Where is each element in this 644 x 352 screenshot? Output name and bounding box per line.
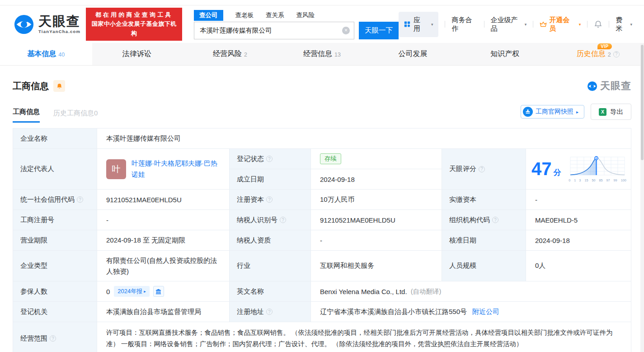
tab-basic-info[interactable]: 基本信息 40 [0,43,92,65]
field-value-tianyan-score[interactable]: 47 分 [526,149,631,190]
label-text: 行业 [237,262,250,270]
scrollbar-thumb[interactable] [641,45,644,160]
bank-icon [155,289,161,295]
help-icon[interactable]: ? [479,166,485,172]
help-icon[interactable]: ? [613,51,620,57]
taxpayer-id: 91210521MAE0EHLD5U [320,216,395,224]
help-icon[interactable]: ? [77,196,83,203]
field-value-insured-count: 0 2024年报 ▸ [97,281,230,302]
arrow-right-icon: ▸ [144,289,146,294]
apps-label: 应用 [414,16,426,33]
snapshot-label: 工商官网快照 [536,108,573,116]
chevron-down-icon: ▾ [630,22,632,27]
tab-operational-risk[interactable]: 经营风险 2 [184,43,276,65]
help-icon[interactable]: ? [266,196,273,203]
slogan-line1: 都在用的商业查询工具 [90,10,178,19]
org-code: MAE0EHLD-5 [535,216,578,224]
tab-legal-proceedings[interactable]: 法律诉讼 [92,43,184,65]
legal-representative-link[interactable]: 叶莲娜·叶夫格尼耶夫娜·巴热诺娃 [132,158,220,181]
label-text: 组织机构代码 [449,216,490,224]
registration-authority: 本溪满族自治县市场监督管理局 [106,308,201,316]
top-nav: 应用 ▾ 商务合作 企业级产品 ▾ 开通会员 ▾ 费米 ▾ [399,12,632,37]
bell-icon [594,20,602,29]
search-button[interactable]: 天眼一下 [359,22,399,39]
tab-company-development[interactable]: 公司发展 [368,43,460,65]
score-value: 47 [531,159,552,179]
tab-intellectual-property[interactable]: 知识产权 [460,43,552,65]
section-title: 工商信息 [13,80,49,92]
apps-grid-icon [404,21,410,28]
export-button[interactable]: X 导出 [591,104,631,120]
field-value-company-name: 本溪叶莲娜传媒有限公司 [97,128,631,149]
official-snapshot-button[interactable]: 工商官网快照 ▸ [521,105,584,119]
tab-count: 2 [608,51,611,58]
tianyancha-logo-icon [14,14,34,35]
enterprise-label: 企业级产品 [491,16,523,33]
username: 费米 [616,16,628,33]
search-tab-boss[interactable]: 查老板 [235,11,254,19]
label-text: 登记状态 [237,155,264,163]
nav-enterprise-products[interactable]: 企业级产品 ▾ [491,16,527,33]
axis-tick: 97 [606,178,610,182]
nav-divider [445,21,445,28]
approval-date: 2024-09-18 [535,237,570,244]
help-icon[interactable]: ? [492,217,498,223]
avatar[interactable]: 叶 [106,159,126,179]
tab-history-info[interactable]: 历史信息 VIP 2 ? [552,43,644,65]
nav-user-menu[interactable]: 费米 ▾ [616,16,632,33]
vip-label: 开通会员 [549,16,575,33]
tab-business-info[interactable]: 经营信息 13 [276,43,368,65]
help-icon[interactable]: ? [50,335,56,342]
help-icon[interactable]: ? [266,156,273,162]
label-text: 英文名称 [237,287,264,296]
nearby-companies-link[interactable]: 附近公司 [472,308,499,316]
field-value-business-scope: 许可项目：互联网直播技术服务；食品销售；食品互联网销售。 （依法须经批准的项目，… [97,322,631,352]
field-label-staff-size: 人员规模 [442,251,526,281]
nav-cooperation[interactable]: 商务合作 [451,16,477,33]
nav-open-vip[interactable]: 开通会员 ▾ [540,16,581,33]
field-value-registered-address: 辽宁省本溪市本溪满族自治县小市镇长江路550号 附近公司 [311,302,631,322]
search-tab-company[interactable]: 查公司 [194,10,223,21]
search-tab-risk[interactable]: 查风险 [296,11,315,19]
field-label-industry: 行业 [230,251,311,281]
search-input[interactable] [194,22,354,39]
crown-icon [540,21,547,28]
search-tab-relation[interactable]: 查关系 [266,11,284,19]
field-value-credit-code: 91210521MAE0EHLD5U [97,190,230,210]
subtab-business-registration[interactable]: 工商信息 [13,108,40,123]
industry: 互联网和相关服务 [320,262,374,270]
field-label-registration-status: 登记状态 ? [230,149,311,169]
notifications-button[interactable] [594,20,602,29]
help-icon[interactable]: ? [266,309,273,315]
field-label-paid-capital: 实缴资本 [442,190,526,210]
label-text: 经营范围 [20,334,47,343]
subtab-history-registration[interactable]: 历史工商信息0 [53,109,98,123]
company-type: 有限责任公司(自然人投资或控股的法人独资) [106,255,220,277]
nav-divider [587,21,588,28]
logo-text: 天眼查 TianYanCha.com [38,14,80,34]
help-icon[interactable]: ? [280,217,286,223]
axis-tick: 100 [620,178,626,182]
axis-tick: 99 [613,178,617,182]
apps-menu[interactable]: 应用 ▾ [399,12,438,37]
clear-search-icon[interactable]: × [342,27,350,34]
tianyancha-logo[interactable]: 天眼查 TianYanCha.com [14,14,80,35]
social-insurance-button[interactable] [153,286,164,297]
annual-report-badge[interactable]: 2024年报 ▸ [114,286,149,297]
search-tabs: 查公司 查老板 查关系 查风险 [194,10,399,21]
subtab-row: 工商信息 历史工商信息0 工商官网快照 ▸ X 导出 [13,104,631,123]
field-label-approval-date: 核准日期 [442,230,526,251]
label-text: 工商注册号 [20,216,54,224]
label-text: 登记机关 [20,308,47,316]
label-text: 实缴资本 [449,195,476,204]
label-text: 企业类型 [20,262,47,270]
field-value-registration-authority: 本溪满族自治县市场监督管理局 [97,302,230,322]
field-value-english-name: Benxi Yelena Media Co., Ltd. (自动翻译) [311,281,631,302]
label-text: 营业期限 [20,236,47,245]
score-axis-labels: 0 1 3 15 50 85 97 99 100 [569,178,626,182]
subscribe-alert-button[interactable] [53,80,65,92]
scrollbar[interactable] [640,43,644,352]
stamp-glyph [525,109,531,114]
score-unit: 分 [554,167,561,178]
bell-curve-chart [569,156,626,178]
